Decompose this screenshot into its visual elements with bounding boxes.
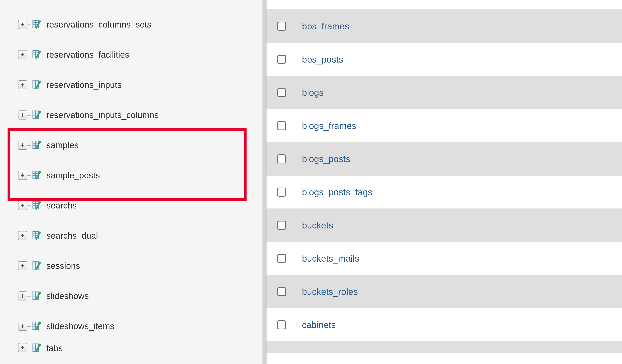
tree-item-label[interactable]: searchs_dual [46,230,98,241]
tree-item[interactable]: + reservations_facilities [0,39,262,70]
list-row[interactable]: bbs_posts [267,43,622,76]
tree-item[interactable]: + reservations_inputs [0,70,262,100]
panel-divider[interactable] [262,0,267,364]
table-icon [32,343,43,353]
table-name-link[interactable]: cabinets [302,320,336,330]
list-row[interactable]: bbs_frames [267,9,622,43]
tree-item[interactable]: + reservations_columns_sets [0,9,262,39]
table-name-link[interactable]: buckets_mails [302,253,359,264]
list-row[interactable]: cabinets [267,308,622,341]
table-icon [32,171,43,180]
row-checkbox[interactable] [277,154,286,163]
table-name-link[interactable]: blogs_posts_tags [302,187,372,197]
tree-item-label[interactable]: sample_posts [46,170,100,180]
list-row[interactable]: blogs_posts [267,142,622,175]
table-icon [32,201,43,210]
table-name-link[interactable]: bbs_frames [302,21,349,32]
table-name-link[interactable]: buckets [302,220,333,230]
expand-icon[interactable]: + [18,231,27,240]
list-row[interactable]: blogs_frames [267,109,622,142]
expand-icon[interactable]: + [18,291,27,301]
tree-item[interactable]: + tabs [0,341,262,358]
tree-item-label[interactable]: tabs [46,343,63,353]
row-checkbox[interactable] [277,55,286,64]
list-row[interactable]: blogs [267,76,622,109]
row-checkbox[interactable] [277,254,286,263]
expand-icon[interactable]: + [18,20,27,29]
nav-tree: + reservations_columns_selects + reserva… [0,0,262,358]
row-checkbox[interactable] [277,287,286,296]
row-checkbox[interactable] [277,88,286,97]
table-icon [32,291,43,301]
tree-item-label[interactable]: slideshows [46,291,89,301]
tree-item-samples[interactable]: + samples [0,130,262,160]
expand-icon[interactable]: + [18,343,27,352]
tree-item-label[interactable]: searchs [46,200,77,211]
list-row[interactable] [267,341,622,353]
list-row[interactable]: blogs_posts_tags [267,175,622,209]
tree-item[interactable]: + searchs [0,190,262,221]
tree-item-label[interactable]: reservations_inputs_columns [46,110,159,120]
table-icon [32,19,43,29]
list-row[interactable]: buckets_mails [267,242,622,275]
tree-item-label[interactable]: reservations_facilities [46,50,129,60]
table-icon [32,261,43,271]
table-icon [32,321,43,331]
expand-icon[interactable]: + [18,201,27,210]
tree-item-label[interactable]: slideshows_items [46,321,114,331]
expand-icon[interactable]: + [18,111,27,119]
row-checkbox[interactable] [277,22,286,31]
table-list-panel: bbses bbs_frames bbs_posts blogs blogs_f… [267,0,622,364]
table-name-link[interactable]: blogs_frames [302,121,356,131]
expand-icon[interactable]: + [18,322,27,331]
list-row[interactable]: bbses [267,0,622,9]
expand-icon[interactable]: + [18,261,27,270]
tree-item[interactable]: + reservations_columns_selects [0,0,262,9]
tree-item-label[interactable]: sessions [46,261,80,271]
expand-icon[interactable]: + [18,50,27,59]
table-name-link[interactable]: blogs_posts [302,154,350,164]
row-checkbox[interactable] [277,121,286,130]
table-name-link[interactable]: blogs [302,87,324,98]
expand-icon[interactable]: + [18,141,27,150]
tree-item[interactable]: + searchs_dual [0,221,262,251]
app-root: + reservations_columns_selects + reserva… [0,0,622,364]
expand-icon[interactable]: + [18,80,27,89]
tree-item[interactable]: + slideshows_items [0,311,262,341]
table-icon [32,231,43,241]
row-checkbox[interactable] [277,221,286,230]
table-list: bbses bbs_frames bbs_posts blogs blogs_f… [267,0,622,353]
list-row[interactable]: buckets_roles [267,275,622,308]
row-checkbox[interactable] [277,188,286,197]
tree-item[interactable]: + sessions [0,251,262,281]
table-icon [32,80,43,90]
tree-item[interactable]: + slideshows [0,281,262,311]
table-icon [32,140,43,150]
table-name-link[interactable]: buckets_roles [302,287,358,297]
tree-item-label[interactable]: reservations_columns_sets [46,19,151,30]
expand-icon[interactable]: + [18,171,27,180]
tree-item-label[interactable]: samples [46,140,78,150]
tree-item-label[interactable]: reservations_inputs [46,80,122,90]
table-icon [32,50,43,59]
tree-item[interactable]: + reservations_inputs_columns [0,100,262,130]
list-row[interactable]: buckets [267,209,622,242]
table-icon [32,110,43,120]
row-checkbox[interactable] [277,320,286,329]
tree-item-sample-posts[interactable]: + sample_posts [0,160,262,190]
nav-tree-panel: + reservations_columns_selects + reserva… [0,0,262,364]
table-name-link[interactable]: bbs_posts [302,54,343,65]
